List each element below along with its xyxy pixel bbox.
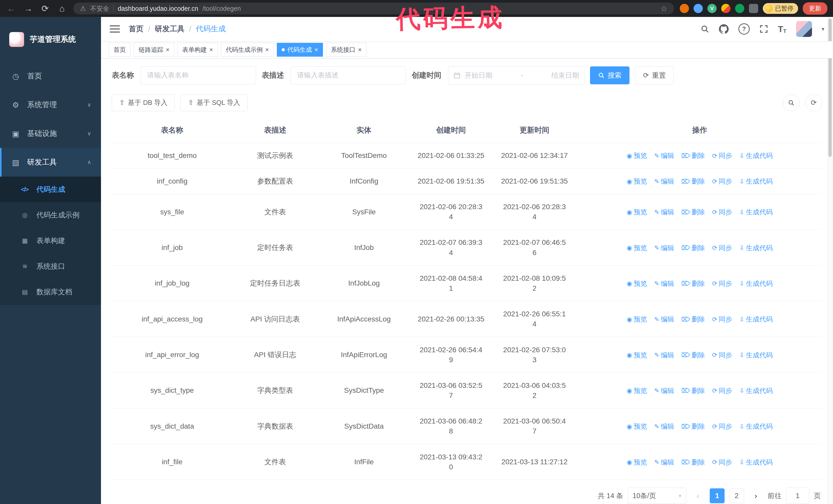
row-action-delete[interactable]: ⌦删除 bbox=[681, 177, 705, 186]
row-action-edit[interactable]: ✎编辑 bbox=[654, 315, 674, 324]
back-icon[interactable]: ← bbox=[6, 4, 17, 14]
row-action-sync[interactable]: ⟳同步 bbox=[712, 422, 732, 431]
row-action-preview[interactable]: ◉预览 bbox=[627, 279, 647, 288]
refresh-table-button[interactable]: ⟳ bbox=[805, 94, 822, 111]
sidebar-item-home[interactable]: ◷ 首页 bbox=[0, 62, 101, 91]
tag-form-builder[interactable]: 表单构建 × bbox=[177, 43, 218, 57]
tag-codegen[interactable]: 代码生成 × bbox=[277, 43, 323, 57]
row-action-edit[interactable]: ✎编辑 bbox=[654, 458, 674, 467]
extensions-puzzle-icon[interactable] bbox=[749, 4, 758, 13]
help-icon[interactable]: ? bbox=[738, 23, 750, 34]
forward-icon[interactable]: → bbox=[23, 4, 34, 14]
tag-codegen-demo[interactable]: 代码生成示例 × bbox=[221, 43, 274, 57]
row-action-sync[interactable]: ⟳同步 bbox=[712, 386, 732, 395]
row-action-delete[interactable]: ⌦删除 bbox=[681, 151, 705, 160]
date-range-picker[interactable]: 开始日期 - 结束日期 bbox=[448, 66, 585, 85]
reload-icon[interactable]: ⟳ bbox=[40, 3, 51, 14]
row-action-generate[interactable]: ⇩生成代码 bbox=[739, 458, 772, 467]
row-action-delete[interactable]: ⌦删除 bbox=[681, 422, 705, 431]
vue-devtools-icon[interactable]: V bbox=[708, 4, 717, 13]
toggle-search-button[interactable] bbox=[783, 94, 800, 111]
sidebar-item-codegen-demo[interactable]: ◎ 代码生成示例 bbox=[0, 202, 101, 228]
breadcrumb-home[interactable]: 首页 bbox=[129, 24, 144, 34]
row-action-delete[interactable]: ⌦删除 bbox=[681, 351, 705, 360]
row-action-edit[interactable]: ✎编辑 bbox=[654, 279, 674, 288]
extension-green-icon[interactable] bbox=[735, 4, 744, 13]
home-icon[interactable]: ⌂ bbox=[56, 4, 68, 14]
sidebar-item-api[interactable]: ≋ 系统接口 bbox=[0, 254, 101, 279]
sidebar-toggle-icon[interactable] bbox=[110, 25, 120, 32]
row-action-edit[interactable]: ✎编辑 bbox=[654, 177, 674, 186]
tag-api[interactable]: 系统接口 × bbox=[326, 43, 366, 57]
goto-page-input[interactable] bbox=[786, 487, 809, 504]
prev-page-button[interactable]: ‹ bbox=[691, 488, 705, 503]
sidebar-item-db-doc[interactable]: ▤ 数据库文档 bbox=[0, 279, 101, 305]
font-size-icon[interactable]: TT bbox=[778, 24, 786, 34]
table-name-input[interactable] bbox=[141, 66, 256, 85]
row-action-sync[interactable]: ⟳同步 bbox=[712, 208, 732, 217]
row-action-edit[interactable]: ✎编辑 bbox=[654, 151, 674, 160]
row-action-preview[interactable]: ◉预览 bbox=[627, 458, 647, 467]
row-action-sync[interactable]: ⟳同步 bbox=[712, 458, 732, 467]
row-action-edit[interactable]: ✎编辑 bbox=[654, 351, 674, 360]
close-icon[interactable]: × bbox=[314, 47, 318, 53]
import-sql-button[interactable]: ⇧ 基于 SQL 导入 bbox=[181, 94, 247, 111]
bookmark-star-icon[interactable]: ☆ bbox=[661, 4, 667, 13]
fullscreen-icon[interactable] bbox=[759, 25, 768, 33]
row-action-preview[interactable]: ◉预览 bbox=[627, 151, 647, 160]
sidebar-item-infra[interactable]: ▣ 基础设施 ∨ bbox=[0, 119, 101, 148]
sidebar-item-system[interactable]: ⚙ 系统管理 ∨ bbox=[0, 91, 101, 119]
row-action-sync[interactable]: ⟳同步 bbox=[712, 151, 732, 160]
row-action-generate[interactable]: ⇩生成代码 bbox=[739, 422, 772, 431]
app-logo[interactable]: 芋道管理系统 bbox=[0, 17, 101, 62]
row-action-generate[interactable]: ⇩生成代码 bbox=[739, 315, 772, 324]
row-action-generate[interactable]: ⇩生成代码 bbox=[739, 151, 772, 160]
row-action-generate[interactable]: ⇩生成代码 bbox=[739, 351, 772, 360]
close-icon[interactable]: × bbox=[209, 47, 213, 53]
close-icon[interactable]: × bbox=[166, 47, 169, 53]
close-icon[interactable]: × bbox=[265, 47, 269, 53]
row-action-sync[interactable]: ⟳同步 bbox=[712, 243, 732, 253]
github-icon[interactable] bbox=[719, 24, 729, 34]
search-button[interactable]: 搜索 bbox=[590, 66, 629, 85]
next-page-button[interactable]: › bbox=[749, 488, 763, 503]
row-action-generate[interactable]: ⇩生成代码 bbox=[739, 243, 772, 253]
address-bar[interactable]: ⚠ 不安全 dashboard.yudao.iocoder.cn/tool/co… bbox=[73, 3, 674, 14]
sidebar-item-codegen[interactable]: </> 代码生成 bbox=[0, 177, 101, 202]
row-action-preview[interactable]: ◉预览 bbox=[627, 386, 647, 395]
row-action-preview[interactable]: ◉预览 bbox=[627, 177, 647, 186]
browser-profile-chip[interactable]: 已暂停 bbox=[763, 3, 798, 14]
row-action-preview[interactable]: ◉预览 bbox=[627, 315, 647, 324]
page-button-1[interactable]: 1 bbox=[710, 488, 724, 503]
import-db-button[interactable]: ⇧ 基于 DB 导入 bbox=[112, 94, 175, 111]
row-action-sync[interactable]: ⟳同步 bbox=[712, 351, 732, 360]
row-action-edit[interactable]: ✎编辑 bbox=[654, 208, 674, 217]
extension-blue-icon[interactable] bbox=[694, 4, 703, 13]
row-action-sync[interactable]: ⟳同步 bbox=[712, 177, 732, 186]
sidebar-item-devtools[interactable]: ▧ 研发工具 ∧ bbox=[0, 148, 101, 177]
extension-colorful-icon[interactable] bbox=[721, 4, 731, 13]
row-action-delete[interactable]: ⌦删除 bbox=[681, 386, 705, 395]
row-action-generate[interactable]: ⇩生成代码 bbox=[739, 279, 772, 288]
row-action-preview[interactable]: ◉预览 bbox=[627, 422, 647, 431]
row-action-delete[interactable]: ⌦删除 bbox=[681, 458, 705, 467]
table-desc-input[interactable] bbox=[291, 66, 406, 85]
row-action-delete[interactable]: ⌦删除 bbox=[681, 208, 705, 217]
sidebar-item-form-builder[interactable]: ▦ 表单构建 bbox=[0, 228, 101, 254]
close-icon[interactable]: × bbox=[358, 47, 362, 53]
browser-update-button[interactable]: 更新 bbox=[803, 2, 827, 15]
row-action-generate[interactable]: ⇩生成代码 bbox=[739, 208, 772, 217]
reset-button[interactable]: ⟳ 重置 bbox=[635, 66, 674, 85]
row-action-generate[interactable]: ⇩生成代码 bbox=[739, 386, 772, 395]
row-action-delete[interactable]: ⌦删除 bbox=[681, 243, 705, 253]
page-button-2[interactable]: 2 bbox=[729, 488, 744, 503]
row-action-generate[interactable]: ⇩生成代码 bbox=[739, 177, 772, 186]
row-action-preview[interactable]: ◉预览 bbox=[627, 208, 647, 217]
row-action-sync[interactable]: ⟳同步 bbox=[712, 279, 732, 288]
row-action-delete[interactable]: ⌦删除 bbox=[681, 279, 705, 288]
row-action-sync[interactable]: ⟳同步 bbox=[712, 315, 732, 324]
extension-orange-icon[interactable] bbox=[680, 4, 689, 13]
search-icon[interactable] bbox=[700, 25, 709, 33]
tag-tracing[interactable]: 链路追踪 × bbox=[134, 43, 174, 57]
row-action-edit[interactable]: ✎编辑 bbox=[654, 386, 674, 395]
